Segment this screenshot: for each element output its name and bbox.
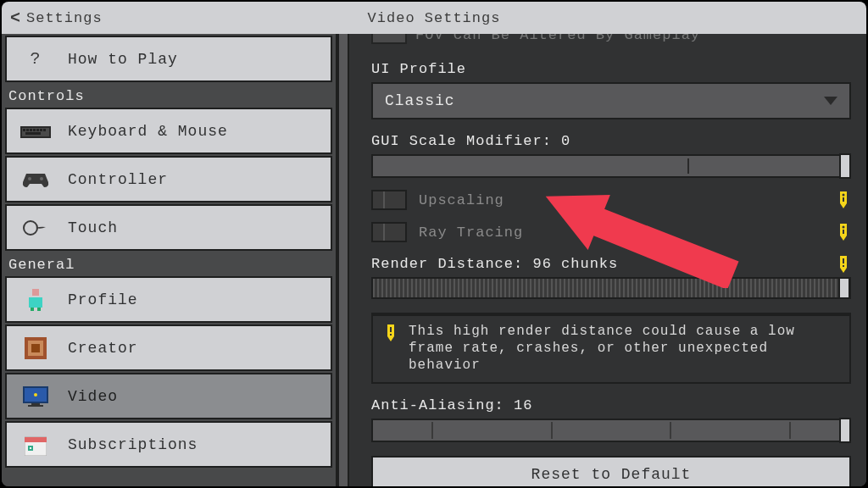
svg-point-11	[40, 177, 43, 180]
sidebar-item-label: Profile	[68, 291, 138, 308]
sidebar-item-controller[interactable]: Controller	[5, 156, 332, 202]
upscaling-label: Upscaling	[419, 192, 504, 208]
upscaling-row: Upscaling	[371, 190, 851, 210]
svg-rect-24	[28, 405, 43, 407]
sidebar-header-general: General	[5, 252, 332, 276]
touch-icon	[19, 216, 53, 240]
reset-to-default-button[interactable]: Reset to Default	[371, 456, 851, 486]
svg-rect-39	[843, 258, 844, 263]
gui-scale-label: GUI Scale Modifier: 0	[371, 133, 851, 149]
svg-point-10	[28, 177, 31, 180]
anti-aliasing-label: Anti-Aliasing: 16	[371, 397, 851, 413]
ray-tracing-row: Ray Tracing	[371, 222, 851, 242]
sidebar-item-label: Video	[68, 388, 118, 405]
video-settings-panel: FOV Can Be Altered By Gameplay UI Profil…	[349, 34, 866, 486]
sidebar-item-video[interactable]: Video	[5, 373, 332, 419]
sidebar-item-creator[interactable]: Creator	[5, 324, 332, 371]
svg-marker-38	[840, 268, 847, 273]
svg-point-22	[34, 393, 37, 396]
svg-rect-2	[23, 129, 25, 131]
chevron-down-icon	[824, 97, 837, 105]
svg-point-31	[843, 194, 845, 197]
info-icon[interactable]	[837, 224, 849, 241]
ui-profile-value: Classic	[385, 92, 455, 109]
svg-rect-19	[31, 344, 40, 352]
svg-rect-23	[31, 403, 40, 405]
render-distance-slider[interactable]	[371, 277, 851, 299]
warning-icon[interactable]	[837, 256, 849, 273]
ray-tracing-label: Ray Tracing	[419, 225, 523, 241]
svg-rect-26	[25, 437, 47, 442]
sidebar-item-label: Keyboard & Mouse	[68, 123, 228, 140]
svg-rect-5	[33, 129, 36, 131]
sidebar-item-label: Controller	[68, 171, 168, 188]
sidebar-scrollbar[interactable]	[337, 34, 349, 486]
sidebar-item-profile[interactable]: Profile	[5, 276, 332, 323]
sidebar-item-label: Creator	[68, 340, 138, 357]
svg-point-35	[843, 226, 845, 229]
back-label: Settings	[26, 10, 103, 26]
warning-icon	[385, 324, 397, 343]
sidebar-header-controls: Controls	[5, 84, 332, 108]
question-icon: ?	[19, 47, 53, 72]
back-button[interactable]: < Settings	[10, 8, 103, 28]
svg-rect-43	[390, 327, 392, 332]
render-distance-label: Render Distance: 96 chunks	[371, 256, 851, 272]
svg-point-12	[24, 221, 37, 235]
info-icon[interactable]	[837, 191, 849, 208]
cutoff-row: FOV Can Be Altered By Gameplay	[371, 34, 851, 47]
warning-text: This high render distance could cause a …	[409, 323, 837, 374]
settings-sidebar: ? How to Play Controls Keyboard & Mouse …	[2, 34, 337, 486]
sidebar-item-label: Subscriptions	[68, 436, 198, 453]
render-distance-warning: This high render distance could cause a …	[371, 313, 851, 384]
svg-rect-9	[25, 132, 41, 135]
keyboard-icon	[19, 119, 53, 143]
svg-rect-28	[30, 447, 31, 449]
sidebar-item-label: Touch	[68, 219, 118, 236]
svg-rect-13	[32, 289, 39, 296]
chevron-left-icon: <	[10, 8, 21, 28]
sidebar-item-keyboard[interactable]: Keyboard & Mouse	[5, 108, 332, 154]
page-title: Video Settings	[368, 10, 501, 26]
controller-icon	[19, 168, 53, 191]
fov-toggle[interactable]	[371, 34, 407, 44]
svg-rect-32	[843, 197, 844, 202]
anti-aliasing-slider[interactable]	[371, 419, 851, 442]
ui-profile-label: UI Profile	[371, 61, 851, 77]
svg-rect-7	[40, 129, 42, 131]
svg-marker-30	[840, 203, 847, 208]
profile-icon	[19, 288, 53, 312]
ray-tracing-toggle[interactable]	[371, 222, 407, 242]
sidebar-item-subscriptions[interactable]: Subscriptions	[5, 421, 332, 468]
svg-rect-36	[843, 230, 844, 234]
creator-icon	[19, 336, 53, 360]
svg-marker-34	[840, 236, 847, 241]
video-icon	[19, 385, 53, 408]
svg-rect-3	[26, 129, 29, 131]
reset-label: Reset to Default	[531, 466, 692, 483]
svg-rect-14	[29, 297, 42, 308]
svg-rect-4	[30, 129, 32, 131]
svg-rect-40	[843, 265, 844, 267]
svg-rect-6	[36, 129, 39, 131]
subscriptions-icon	[19, 433, 53, 457]
svg-rect-15	[31, 308, 34, 311]
sidebar-item-how-to-play[interactable]: ? How to Play	[5, 36, 332, 82]
upscaling-toggle[interactable]	[371, 190, 407, 210]
ui-profile-dropdown[interactable]: Classic	[371, 82, 851, 119]
svg-rect-16	[37, 308, 41, 311]
sidebar-item-touch[interactable]: Touch	[5, 204, 332, 251]
fov-toggle-label: FOV Can Be Altered By Gameplay	[415, 34, 700, 43]
svg-rect-8	[43, 129, 46, 131]
svg-rect-44	[390, 334, 392, 336]
gui-scale-slider[interactable]	[371, 154, 851, 178]
sidebar-item-label: How to Play	[68, 51, 178, 68]
svg-marker-42	[387, 336, 394, 341]
